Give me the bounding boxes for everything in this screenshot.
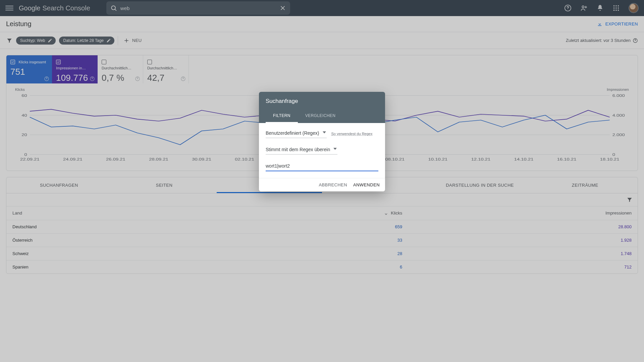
row-match-mode: Stimmt mit dem Regex überein <box>266 145 378 155</box>
dialog-tabs: FILTERN VERGLEICHEN <box>266 109 378 123</box>
query-filter-dialog: Suchanfrage FILTERN VERGLEICHEN Benutzer… <box>259 92 385 191</box>
select-filter-mode[interactable]: Benutzerdefiniert (Regex) <box>266 129 327 138</box>
app-root: Google Search Console Leistung EXPORTIER… <box>0 0 644 362</box>
dialog-tab-compare[interactable]: VERGLEICHEN <box>298 109 343 123</box>
cancel-button[interactable]: ABBRECHEN <box>319 182 347 187</box>
apply-button[interactable]: ANWENDEN <box>353 182 380 187</box>
dialog-tab-filter[interactable]: FILTERN <box>266 109 298 123</box>
chevron-down-icon <box>333 148 337 150</box>
select-match-mode[interactable]: Stimmt mit dem Regex überein <box>266 145 337 155</box>
chevron-down-icon <box>323 131 326 133</box>
dialog-header: Suchanfrage FILTERN VERGLEICHEN <box>259 92 385 123</box>
regex-help-link[interactable]: So verwendest du Regex <box>331 132 373 136</box>
regex-input[interactable] <box>266 162 378 171</box>
select-filter-mode-value: Benutzerdefiniert (Regex) <box>266 130 319 136</box>
modal-overlay[interactable]: Suchanfrage FILTERN VERGLEICHEN Benutzer… <box>0 0 644 362</box>
select-match-mode-value: Stimmt mit dem Regex überein <box>266 147 330 152</box>
dialog-actions: ABBRECHEN ANWENDEN <box>259 178 385 191</box>
dialog-body: Benutzerdefiniert (Regex) So verwendest … <box>259 123 385 178</box>
row-regex-input <box>266 162 378 171</box>
row-filter-mode: Benutzerdefiniert (Regex) So verwendest … <box>266 129 378 138</box>
dialog-title: Suchanfrage <box>266 98 378 105</box>
